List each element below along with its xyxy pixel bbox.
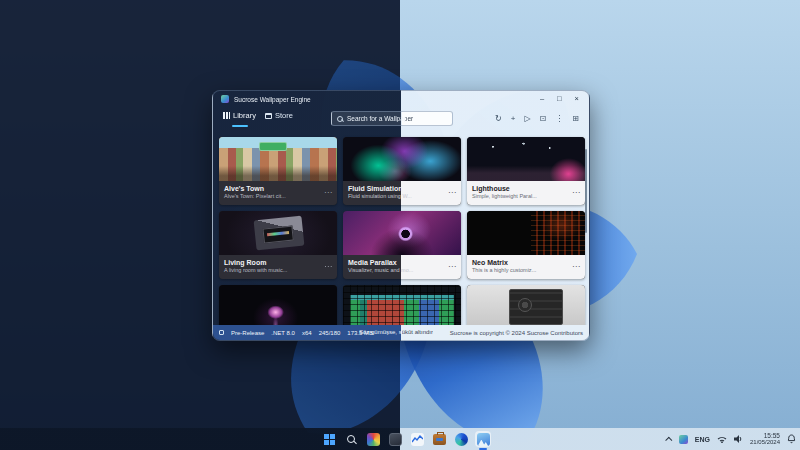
- colorful-app-icon: [367, 433, 380, 446]
- windows-logo-icon: [324, 434, 335, 445]
- sucrose-app-window: Sucrose Wallpaper Engine – □ × Library S…: [212, 90, 590, 341]
- tv-shape: [254, 216, 305, 251]
- tab-store[interactable]: Store: [265, 111, 293, 120]
- taskbar-app-monitor[interactable]: [409, 431, 425, 447]
- taskbar-app-sucrose-active[interactable]: [475, 431, 491, 447]
- tile-title: Neo Matrix: [472, 258, 580, 267]
- tile-title: Living Room: [224, 258, 332, 267]
- status-motto: Söz gümüşse, sükût altındır Söz gümüşse,…: [359, 329, 433, 335]
- tile-title: Media Parallax: [348, 258, 456, 267]
- tile-title: Alve's Town: [224, 184, 332, 193]
- motherboard-shape: [509, 289, 563, 325]
- build-label: Pre-Release: [231, 330, 264, 336]
- window-title: Sucrose Wallpaper Engine: [234, 96, 311, 103]
- copyright-text: Sucrose is copyright © 2024 Sucrose Cont…: [450, 330, 583, 336]
- tile-neo-matrix[interactable]: Neo Matrix This is a highly customiz... …: [467, 211, 585, 279]
- tab-library-label: Library: [233, 111, 256, 120]
- search-icon: [337, 116, 343, 122]
- dotnet-version: .NET 8.0: [271, 330, 295, 336]
- taskbar-app-toolbox[interactable]: [431, 431, 447, 447]
- tile-fluid-simulation[interactable]: Fluid Simulation Fluid simulation using …: [343, 137, 461, 205]
- sucrose-tray-icon[interactable]: [679, 435, 688, 444]
- lighthouse-thumbnail: [467, 137, 585, 181]
- display-settings-icon[interactable]: ⊡: [540, 111, 547, 126]
- search-placeholder: Search for a Wallpaper Search for a Wall…: [347, 115, 413, 122]
- architecture-label: x64: [302, 330, 312, 336]
- tile-living-room[interactable]: Living Room A living room with music... …: [219, 211, 337, 279]
- tile-subtitle: Visualizer, music and mo...: [348, 267, 456, 274]
- volume-icon[interactable]: [734, 435, 743, 443]
- tile-media-parallax[interactable]: Media Parallax Visualizer, music and mo.…: [343, 211, 461, 279]
- neo-matrix-thumbnail: [467, 211, 585, 255]
- edge-browser-icon: [455, 433, 468, 446]
- more-options-icon[interactable]: ⋮: [555, 111, 563, 126]
- tile-more-button[interactable]: ⋯: [324, 263, 332, 271]
- close-button[interactable]: ×: [575, 93, 579, 105]
- living-room-thumbnail: [219, 211, 337, 255]
- status-bar: Pre-Release .NET 8.0 x64 245/180 173.5 M…: [213, 325, 589, 340]
- active-tab-indicator: [232, 125, 248, 127]
- tab-library[interactable]: Library: [223, 111, 256, 120]
- dark-app-icon: [389, 433, 402, 446]
- library-icon: [223, 112, 230, 119]
- toolbar: Library Store Search for a Wallpaper Sea…: [213, 107, 589, 131]
- tile-subtitle: A living room with music...: [224, 267, 332, 274]
- minimize-button[interactable]: –: [540, 93, 544, 105]
- add-wallpaper-icon[interactable]: +: [511, 111, 516, 126]
- build-flag-icon: [219, 330, 224, 335]
- tile-more-button[interactable]: ⋯: [448, 263, 456, 271]
- tile-subtitle: Fluid simulation using W...: [348, 193, 456, 200]
- taskbar-app-edge[interactable]: [453, 431, 469, 447]
- tile-subtitle: This is a highly customiz...: [472, 267, 580, 274]
- refresh-icon[interactable]: ↻: [495, 111, 502, 126]
- start-button[interactable]: [321, 431, 337, 447]
- maximize-button[interactable]: □: [557, 93, 562, 105]
- date-label: 21/05/2024: [750, 439, 780, 446]
- fluid-simulation-thumbnail: [343, 137, 461, 181]
- tile-title: Fluid Simulation: [348, 184, 456, 193]
- tray-chevron-up-icon[interactable]: [665, 436, 672, 443]
- tile-subtitle: Simple, lightweight Paral...: [472, 193, 580, 200]
- town-sign: [259, 142, 287, 151]
- wallpaper-app-icon: [477, 433, 490, 446]
- taskbar-app-explorer[interactable]: [387, 431, 403, 447]
- taskbar: ENG 15:55 21/05/2024: [0, 428, 800, 450]
- media-parallax-thumbnail: [343, 211, 461, 255]
- search-icon: [347, 435, 355, 443]
- tv-screen: [262, 226, 293, 244]
- search-input[interactable]: Search for a Wallpaper Search for a Wall…: [331, 111, 453, 126]
- alves-town-thumbnail: [219, 137, 337, 181]
- language-indicator[interactable]: ENG: [695, 436, 710, 443]
- notification-bell-icon[interactable]: [787, 434, 796, 444]
- taskbar-search-button[interactable]: [343, 431, 359, 447]
- tile-more-button[interactable]: ⋯: [448, 189, 456, 197]
- taskbar-app-colorful[interactable]: [365, 431, 381, 447]
- titlebar[interactable]: Sucrose Wallpaper Engine – □ ×: [213, 91, 589, 107]
- time-label: 15:55: [750, 432, 780, 439]
- desktop: Sucrose Wallpaper Engine – □ × Library S…: [0, 0, 800, 450]
- tile-more-button[interactable]: ⋯: [572, 263, 580, 271]
- wallpaper-library: Alve's Town Alve's Town: Pixelart cit...…: [213, 131, 589, 327]
- tile-alves-town[interactable]: Alve's Town Alve's Town: Pixelart cit...…: [219, 137, 337, 205]
- tile-title: Lighthouse: [472, 184, 580, 193]
- sucrose-app-icon: [221, 95, 229, 103]
- taskbar-clock[interactable]: 15:55 21/05/2024: [750, 432, 780, 446]
- tab-store-label: Store: [275, 111, 293, 120]
- play-icon[interactable]: ▷: [524, 111, 530, 126]
- counter-label: 245/180: [319, 330, 341, 336]
- view-grid-icon[interactable]: ⊞: [572, 111, 579, 126]
- wifi-icon[interactable]: [717, 435, 727, 443]
- vertical-scrollbar[interactable]: [585, 149, 587, 233]
- tile-subtitle: Alve's Town: Pixelart cit...: [224, 193, 332, 200]
- toolbox-app-icon: [433, 434, 446, 445]
- tile-more-button[interactable]: ⋯: [572, 189, 580, 197]
- store-icon: [265, 113, 272, 119]
- tile-lighthouse[interactable]: Lighthouse Simple, lightweight Paral... …: [467, 137, 585, 205]
- graph-app-icon: [411, 433, 424, 446]
- tile-more-button[interactable]: ⋯: [324, 189, 332, 197]
